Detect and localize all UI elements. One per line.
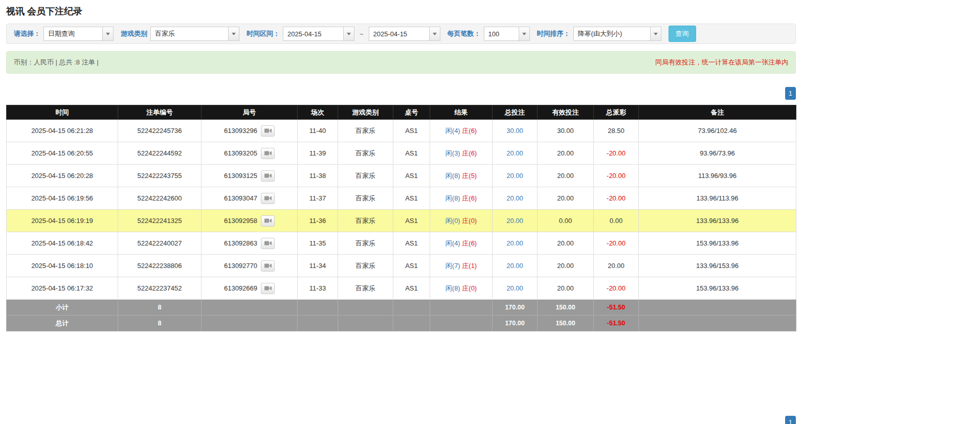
cell-round-id: 613093205 — [202, 142, 298, 165]
column-header: 时间 — [7, 105, 118, 120]
total-bet-link[interactable]: 20.00 — [506, 262, 523, 270]
result-player: 闲(0) — [446, 217, 460, 225]
cell-table-no: AS1 — [393, 165, 430, 187]
round-id-text: 613092770 — [224, 262, 257, 270]
footer-payout: -51.50 — [594, 316, 639, 331]
cell-round-id: 613092958 — [202, 210, 298, 232]
cell-session: 11-36 — [298, 210, 338, 232]
date-to-combobox — [369, 27, 440, 41]
table-header-row: 时间注单编号局号场次游戏类别桌号结果总投注有效投注总派彩备注 — [7, 105, 796, 120]
cell-remark: 133.96/113.96 — [639, 187, 796, 210]
cell-valid-bet: 30.00 — [538, 120, 594, 142]
page-button-1[interactable]: 1 — [785, 87, 796, 100]
cell-table-no: AS1 — [393, 210, 430, 232]
result-player: 闲(8) — [446, 284, 460, 292]
game-type-input[interactable] — [150, 27, 228, 41]
cell-result: 闲(4) 庄(6) — [430, 232, 493, 255]
cell-total-bet: 20.00 — [493, 165, 538, 187]
page-size-combobox — [484, 27, 530, 41]
search-button[interactable]: 查询 — [669, 26, 696, 42]
video-replay-button[interactable] — [261, 238, 275, 249]
chevron-down-icon — [347, 33, 351, 35]
video-replay-button[interactable] — [261, 170, 275, 182]
cell-total-bet: 30.00 — [493, 120, 538, 142]
page-button-1-bottom[interactable]: 1 — [785, 416, 796, 424]
column-header: 桌号 — [393, 105, 430, 120]
pagination-bottom: 1 — [785, 416, 796, 424]
video-replay-button[interactable] — [261, 125, 275, 137]
result-player: 闲(8) — [446, 194, 460, 202]
video-replay-button[interactable] — [261, 283, 275, 294]
footer-count: 8 — [118, 316, 202, 331]
video-replay-button[interactable] — [261, 193, 275, 204]
query-type-input[interactable] — [43, 27, 102, 41]
time-range-label: 时间区间： — [247, 29, 280, 38]
result-player: 闲(7) — [446, 262, 460, 270]
summary-currency-count: 币别：人民币 | 总共 :8 注单 | — [14, 58, 99, 67]
video-camera-icon — [264, 150, 272, 156]
sort-order-label: 时间排序： — [537, 29, 570, 38]
cell-bet-id: 522422240027 — [118, 232, 202, 255]
result-banker: 庄(6) — [462, 239, 477, 247]
summary-bar: 币别：人民币 | 总共 :8 注单 | 同局有效投注，统一计算在该局第一张注单内 — [6, 51, 796, 74]
total-bet-link[interactable]: 20.00 — [506, 149, 523, 157]
cell-remark: 153.96/133.96 — [639, 232, 796, 255]
round-id-text: 613092669 — [224, 284, 257, 292]
table-row[interactable]: 2025-04-15 06:17:32522422237452613092669… — [7, 277, 796, 300]
page-size-dropdown-button[interactable] — [519, 27, 530, 41]
result-banker: 庄(1) — [462, 262, 477, 270]
total-bet-link[interactable]: 20.00 — [506, 194, 523, 202]
table-row[interactable]: 2025-04-15 06:18:42522422240027613092863… — [7, 232, 796, 255]
date-from-combobox — [283, 27, 354, 41]
footer-valid-bet: 150.00 — [538, 316, 594, 331]
cell-remark: 113.96/93.96 — [639, 165, 796, 187]
cell-bet-id: 522422241325 — [118, 210, 202, 232]
cell-total-bet: 20.00 — [493, 210, 538, 232]
table-row[interactable]: 2025-04-15 06:21:28522422245736613093296… — [7, 120, 796, 142]
column-header: 有效投注 — [538, 105, 594, 120]
round-id-text: 613093296 — [224, 127, 257, 135]
date-to-dropdown-button[interactable] — [429, 27, 440, 41]
cell-bet-id: 522422242600 — [118, 187, 202, 210]
summary-notice: 同局有效投注，统一计算在该局第一张注单内 — [655, 58, 788, 67]
date-from-dropdown-button[interactable] — [343, 27, 354, 41]
cell-game-type: 百家乐 — [338, 277, 393, 300]
cell-result: 闲(3) 庄(6) — [430, 142, 493, 165]
video-replay-button[interactable] — [261, 148, 275, 159]
video-replay-button[interactable] — [261, 260, 275, 272]
total-row: 总计8170.00150.00-51.50 — [7, 316, 796, 331]
total-bet-link[interactable]: 30.00 — [506, 127, 523, 135]
cell-table-no: AS1 — [393, 232, 430, 255]
sort-order-combobox — [573, 27, 661, 41]
table-row[interactable]: 2025-04-15 06:20:55522422244592613093205… — [7, 142, 796, 165]
table-row[interactable]: 2025-04-15 06:18:10522422238806613092770… — [7, 255, 796, 277]
cell-valid-bet: 20.00 — [538, 277, 594, 300]
sort-order-input[interactable] — [573, 27, 650, 41]
page-title: 视讯 会员下注纪录 — [6, 0, 796, 24]
cell-table-no: AS1 — [393, 277, 430, 300]
cell-session: 11-38 — [298, 165, 338, 187]
total-bet-link[interactable]: 20.00 — [506, 239, 523, 247]
date-from-input[interactable] — [283, 27, 343, 41]
cell-time: 2025-04-15 06:20:28 — [7, 165, 118, 187]
total-bet-link[interactable]: 20.00 — [506, 172, 523, 180]
table-row[interactable]: 2025-04-15 06:19:56522422242600613093047… — [7, 187, 796, 210]
cell-game-type: 百家乐 — [338, 142, 393, 165]
cell-game-type: 百家乐 — [338, 210, 393, 232]
table-row[interactable]: 2025-04-15 06:20:28522422243755613093125… — [7, 165, 796, 187]
page-size-label: 每页笔数： — [448, 29, 481, 38]
table-row[interactable]: 2025-04-15 06:19:19522422241325613092958… — [7, 210, 796, 232]
total-bet-link[interactable]: 20.00 — [506, 217, 523, 225]
game-type-dropdown-button[interactable] — [228, 27, 239, 41]
filter-bar: 请选择： 游戏类别 时间区间： ~ 每页笔数： 时间排序： — [6, 24, 796, 44]
page-size-input[interactable] — [484, 27, 519, 41]
date-to-input[interactable] — [369, 27, 429, 41]
cell-session: 11-40 — [298, 120, 338, 142]
select-type-label: 请选择： — [14, 29, 40, 38]
video-replay-button[interactable] — [261, 215, 275, 227]
query-type-dropdown-button[interactable] — [102, 27, 114, 41]
cell-time: 2025-04-15 06:20:55 — [7, 142, 118, 165]
sort-order-dropdown-button[interactable] — [650, 27, 661, 41]
cell-time: 2025-04-15 06:21:28 — [7, 120, 118, 142]
total-bet-link[interactable]: 20.00 — [506, 284, 523, 292]
